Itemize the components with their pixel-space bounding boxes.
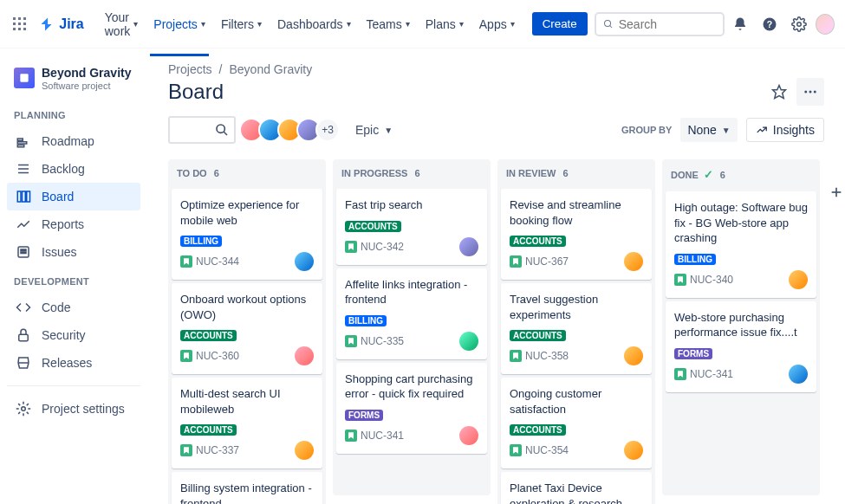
product-logo[interactable]: Jira — [33, 16, 90, 32]
sidebar-item-reports[interactable]: Reports — [7, 210, 140, 238]
story-icon — [345, 430, 357, 442]
card-assignee-avatar[interactable] — [295, 441, 314, 460]
insights-button[interactable]: Insights — [746, 118, 824, 142]
board-search[interactable] — [168, 116, 236, 144]
issue-card[interactable]: Travel suggestion experimentsACCOUNTSNUC… — [501, 283, 652, 374]
issue-card[interactable]: Planet Taxi Device exploration & researc… — [501, 472, 652, 504]
column-body[interactable]: High outage: Software bug fix - BG Web-s… — [662, 190, 820, 495]
card-title: Multi-dest search UI mobileweb — [180, 386, 314, 417]
app-switcher-icon[interactable] — [10, 14, 29, 35]
sidebar-item-releases[interactable]: Releases — [7, 349, 140, 377]
nav-item-teams[interactable]: Teams▾ — [360, 5, 417, 43]
search-input[interactable] — [619, 17, 716, 31]
column-header[interactable]: TO DO6 — [168, 159, 326, 187]
card-assignee-avatar[interactable] — [459, 426, 478, 445]
top-nav: Jira Your work▾Projects▾Filters▾Dashboar… — [0, 0, 845, 48]
column-header[interactable]: IN PROGRESS6 — [333, 159, 491, 187]
card-tag: BILLING — [180, 236, 222, 247]
issue-card[interactable]: Billing system integration - frontendFOR… — [172, 472, 322, 504]
svg-rect-2 — [23, 17, 26, 20]
avatar-overflow[interactable]: +3 — [315, 118, 340, 142]
sidebar-item-label: Reports — [42, 217, 84, 231]
card-assignee-avatar[interactable] — [624, 252, 643, 271]
column-body[interactable]: Optimize experience for mobile webBILLIN… — [168, 187, 326, 504]
nav-item-your-work[interactable]: Your work▾ — [98, 5, 146, 43]
issue-card[interactable]: Fast trip searchACCOUNTSNUC-342 — [336, 189, 487, 265]
chevron-down-icon: ▾ — [201, 19, 205, 29]
epic-filter[interactable]: Epic ▼ — [348, 120, 400, 140]
global-search[interactable] — [595, 12, 725, 36]
sidebar-item-label: Code — [42, 300, 70, 314]
settings-icon[interactable] — [786, 10, 812, 38]
issue-card[interactable]: Multi-dest search UI mobilewebACCOUNTSNU… — [172, 378, 322, 468]
sidebar-item-security[interactable]: Security — [7, 321, 140, 349]
group-by-value: None — [687, 123, 716, 137]
issue-card[interactable]: Onboard workout options (OWO)ACCOUNTSNUC… — [172, 283, 322, 374]
story-icon — [674, 274, 686, 286]
card-assignee-avatar[interactable] — [624, 346, 643, 365]
card-tag: ACCOUNTS — [510, 424, 566, 436]
assignee-filter[interactable]: +3 — [244, 118, 340, 142]
svg-rect-15 — [17, 139, 23, 140]
card-assignee-avatar[interactable] — [459, 332, 478, 351]
card-id: NUC-358 — [525, 350, 569, 362]
sidebar-item-board[interactable]: Board — [7, 183, 140, 210]
issue-card[interactable]: High outage: Software bug fix - BG Web-s… — [666, 191, 816, 298]
nav-item-filters[interactable]: Filters▾ — [214, 5, 269, 43]
svg-rect-1 — [18, 17, 21, 20]
nav-item-dashboards[interactable]: Dashboards▾ — [270, 5, 358, 43]
story-icon — [510, 444, 522, 456]
card-assignee-avatar[interactable] — [624, 441, 643, 460]
card-tag: ACCOUNTS — [180, 330, 237, 341]
svg-rect-14 — [20, 74, 28, 82]
card-assignee-avatar[interactable] — [459, 237, 478, 256]
column-body[interactable]: Fast trip searchACCOUNTSNUC-342Affelite … — [333, 187, 491, 495]
breadcrumb: Projects / Beyond Gravity — [168, 62, 824, 76]
column-header[interactable]: DONE✓6 — [662, 159, 820, 190]
nav-item-apps[interactable]: Apps▾ — [472, 5, 522, 43]
svg-rect-27 — [19, 334, 29, 341]
nav-item-plans[interactable]: Plans▾ — [419, 5, 471, 43]
create-button[interactable]: Create — [532, 12, 588, 36]
profile-avatar[interactable] — [816, 14, 835, 35]
card-title: Ongoing customer satisfaction — [510, 386, 643, 417]
group-by-dropdown[interactable]: None ▼ — [680, 118, 737, 142]
project-header[interactable]: Beyond Gravity Software project — [7, 62, 140, 100]
star-icon[interactable] — [765, 78, 793, 106]
add-column-icon[interactable] — [826, 182, 845, 203]
svg-rect-25 — [21, 249, 26, 251]
breadcrumb-project[interactable]: Beyond Gravity — [229, 62, 312, 76]
sidebar-item-backlog[interactable]: Backlog — [7, 155, 140, 183]
svg-point-30 — [804, 91, 807, 94]
issue-card[interactable]: Ongoing customer satisfactionACCOUNTSNUC… — [501, 378, 652, 468]
card-title: Travel suggestion experiments — [510, 292, 643, 322]
more-actions-icon[interactable] — [796, 78, 824, 106]
sidebar-project-settings[interactable]: Project settings — [7, 395, 140, 423]
card-assignee-avatar[interactable] — [295, 252, 314, 271]
card-assignee-avatar[interactable] — [789, 365, 808, 384]
issue-card[interactable]: Affelite links integration - frontendBIL… — [336, 268, 487, 359]
notifications-icon[interactable] — [728, 10, 754, 38]
nav-item-projects[interactable]: Projects▾ — [146, 5, 212, 43]
card-assignee-avatar[interactable] — [295, 346, 314, 365]
help-icon[interactable]: ? — [757, 10, 783, 38]
issue-card[interactable]: Web-store purchasing performance issue f… — [666, 301, 816, 392]
sidebar-item-roadmap[interactable]: Roadmap — [7, 127, 140, 155]
sidebar-item-issues[interactable]: Issues — [7, 238, 140, 266]
breadcrumb-projects[interactable]: Projects — [168, 62, 212, 76]
card-id: NUC-344 — [196, 255, 239, 268]
issue-card[interactable]: Shopping cart purchasing error - quick f… — [336, 363, 487, 454]
issue-card[interactable]: Revise and streamline booking flowACCOUN… — [501, 189, 652, 280]
issue-card[interactable]: Optimize experience for mobile webBILLIN… — [172, 189, 322, 280]
sidebar-item-code[interactable]: Code — [7, 294, 140, 321]
card-title: Optimize experience for mobile web — [180, 197, 314, 228]
sidebar: Beyond Gravity Software project PLANNING… — [0, 48, 147, 504]
column-body[interactable]: Revise and streamline booking flowACCOUN… — [497, 187, 655, 504]
card-assignee-avatar[interactable] — [789, 270, 808, 289]
svg-rect-6 — [13, 28, 16, 30]
column-header[interactable]: IN REVIEW6 — [497, 159, 655, 187]
story-icon — [345, 335, 357, 347]
chevron-down-icon: ▾ — [459, 19, 464, 29]
card-id: NUC-335 — [361, 335, 404, 347]
card-title: Shopping cart purchasing error - quick f… — [345, 372, 478, 402]
